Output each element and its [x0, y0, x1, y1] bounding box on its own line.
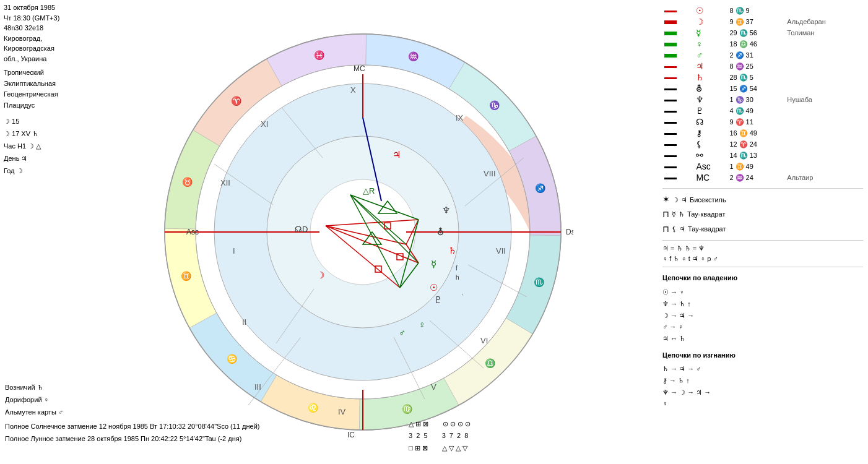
- planet-pos-1: 9 ♊ 37: [727, 16, 785, 27]
- planet-symbol-0: ☉: [694, 5, 727, 16]
- planet-pos-15: 2 ♒ 24: [727, 172, 785, 183]
- planet-symbol-1: ☽: [694, 16, 727, 27]
- aspect-label-1: Бисекстиль: [690, 194, 726, 206]
- planet-pos-14: 1 ♊ 49: [727, 161, 785, 172]
- planet-star-13: [785, 150, 863, 161]
- house-label-2: II: [242, 317, 246, 327]
- planet-symbol-6: ♄: [694, 72, 727, 83]
- planet-symbol-15: MC: [694, 172, 727, 183]
- divider-2: [662, 240, 863, 241]
- planet-pos-9: 4 ♏ 49: [727, 105, 785, 116]
- lord17-label: ☽ 17 XV ♄: [4, 128, 64, 140]
- eclipse2-label: Полное Лунное затмение 28 октября 1985 П…: [5, 433, 259, 445]
- planet-star-5: [785, 61, 863, 72]
- planet-pos-3: 18 ♎ 46: [727, 38, 785, 49]
- lord-info: ☽ 15 ☽ 17 XV ♄ Час Н1 ☽ △ День ♃ Год ☽: [4, 116, 64, 177]
- planet-star-8: Нушаба: [785, 94, 863, 105]
- planet-symbol-14: Asc: [694, 161, 727, 172]
- bottom-center-symbols: △ ⊞ ⊠ ⊙ ⊙ ⊙ ⊙ 3 2 5 3 7 2 8 □ ⊞ ⊠ △ ▽ △ …: [409, 418, 471, 455]
- chain-own-row-0: ☉ → ♀: [662, 286, 863, 298]
- aspect-p2-2: ♄: [679, 208, 685, 220]
- chains-exile-title: Цепочки по изгнанию: [662, 350, 863, 362]
- zodiac-sym-3: ♋: [227, 354, 238, 364]
- planet-pos-2: 29 ♏ 56: [727, 27, 785, 38]
- planet-pos-6: 28 ♏ 5: [727, 72, 785, 83]
- planet-colorbar-15: [662, 172, 694, 183]
- planet-moon-chart: ☽: [316, 270, 324, 280]
- symbol-row1-nums: 3 2 5 3 7 2 8: [409, 430, 471, 442]
- eclipse1-label: Полное Солнечное затмение 12 ноября 1985…: [5, 421, 259, 433]
- chain-exile-row-1: ⚷ → ♄ ↑: [662, 375, 863, 387]
- planet-table: ☉ 8 ♏ 9 ☽ 9 ♊ 37 Альдебаран ☿ 29 ♏ 56 То…: [662, 5, 863, 183]
- chains-own-section: Цепочки по владению ☉ → ♀♆ → ♄ ↑☽ → ♃ →♂…: [662, 272, 863, 344]
- planet-pos-10: 9 ♈ 11: [727, 116, 785, 127]
- planet-symbol-10: ☊: [694, 116, 727, 127]
- divider-1: [662, 188, 863, 189]
- planet-colorbar-5: [662, 61, 694, 72]
- aspects-section: ✶ ☽ ♃ Бисекстиль ⊓ ☿ ♄ Тау-квадрат ⊓ ⚸ ♃…: [662, 192, 863, 236]
- planet-pos-4: 2 ♐ 31: [727, 49, 785, 61]
- sym-squares: □ ⊞ ⊠: [409, 444, 428, 452]
- aspect-p2-1: ♃: [681, 194, 687, 206]
- planet-star-1: Альдебаран: [785, 16, 863, 27]
- aspect-p1-3: ⚸: [672, 223, 677, 235]
- planet-star-6: [785, 72, 863, 83]
- svg-text:h: h: [456, 274, 459, 281]
- chains-exile-rows: ♄ → ♃ → ♂⚷ → ♄ ↑♆ → ☽ → ♃ →♀: [662, 363, 863, 410]
- planet-colorbar-11: [662, 127, 694, 139]
- planet-row-0: ☉ 8 ♏ 9: [662, 5, 863, 16]
- location-line: Кировоград, Кировоградская обл., Украина: [4, 33, 64, 64]
- planet-star-7: [785, 83, 863, 94]
- planet-row-12: ⚸ 12 ♈ 24: [662, 139, 863, 150]
- chain-exile-row-2: ♆ → ☽ → ♃ →: [662, 387, 863, 398]
- house-label-10: X: [350, 85, 356, 95]
- house-label-1: I: [233, 246, 235, 256]
- chain-own-row-2: ☽ → ♃ →: [662, 310, 863, 322]
- house-label-8: VIII: [484, 169, 496, 178]
- zodiac-sym-1: ♉: [182, 177, 193, 187]
- planet-symbol-4: ♂: [694, 49, 727, 61]
- planet-pos-5: 8 ♒ 25: [727, 61, 785, 72]
- planet-pos-8: 1 ♑ 30: [727, 94, 785, 105]
- dsc-label: Dsc: [566, 228, 573, 236]
- aspect-row-1: ✶ ☽ ♃ Бисекстиль: [662, 192, 863, 207]
- divider-3: [662, 267, 863, 267]
- planet-colorbar-2: [662, 27, 694, 38]
- sym-triangles2: △ ▽ △ ▽: [442, 444, 467, 452]
- planet-chiron-chart: △R: [363, 186, 375, 195]
- planet-chain-symbols: ♀ f ♄ ♀ t ♃ ♀ p ♂: [662, 255, 863, 263]
- asc-label: Asc: [186, 228, 199, 236]
- planet-symbol-12: ⚸: [694, 139, 727, 150]
- lord15-label: ☽ 15: [4, 116, 64, 128]
- planet-colorbar-6: [662, 72, 694, 83]
- planet-star-3: [785, 38, 863, 49]
- zodiac-sym-4: ♌: [308, 403, 319, 413]
- chains-exile-section: Цепочки по изгнанию ♄ → ♃ → ♂⚷ → ♄ ↑♆ → …: [662, 350, 863, 410]
- planet-colorbar-4: [662, 49, 694, 61]
- aspect-label-2: Тау-квадрат: [687, 208, 725, 220]
- houses-label: Плацидус: [4, 100, 64, 111]
- planet-star-12: [785, 139, 863, 150]
- dor-label: Дорифорий ♀: [5, 394, 259, 406]
- zodiac-sym-0: ♈: [231, 96, 242, 106]
- planet-pos-12: 12 ♈ 24: [727, 139, 785, 150]
- date-line1: 31 октября 1985 Чт 18:30 (GMT+3) 48n30 3…: [4, 2, 64, 33]
- chain-own-row-1: ♆ → ♄ ↑: [662, 298, 863, 310]
- planet-pos-13: 14 ♏ 13: [727, 150, 785, 161]
- chain-own-row-4: ♃ ↔ ♄: [662, 333, 863, 345]
- planet-jupiter-chart: ♃: [393, 149, 401, 160]
- planet-symbol-7: ⛢: [694, 83, 727, 94]
- planet-row-9: ♇ 4 ♏ 49: [662, 105, 863, 116]
- house-label-6: VI: [480, 336, 488, 345]
- planet-pos-11: 16 ♊ 49: [727, 127, 785, 139]
- planet-colorbar-8: [662, 94, 694, 105]
- chains-own-rows: ☉ → ♀♆ → ♄ ↑☽ → ♃ →♂ → ♀♃ ↔ ♄: [662, 286, 863, 344]
- aspect-sym-3: ⊓: [662, 222, 669, 237]
- planet-colorbar-7: [662, 83, 694, 94]
- vozn-label: Возничий ♄: [5, 382, 259, 394]
- svg-text:f: f: [456, 265, 458, 272]
- planet-star-2: Толиман: [785, 27, 863, 38]
- planet-row-2: ☿ 29 ♏ 56 Толиман: [662, 27, 863, 38]
- aspect-p1-1: ☽: [672, 194, 679, 206]
- planet-colorbar-3: [662, 38, 694, 49]
